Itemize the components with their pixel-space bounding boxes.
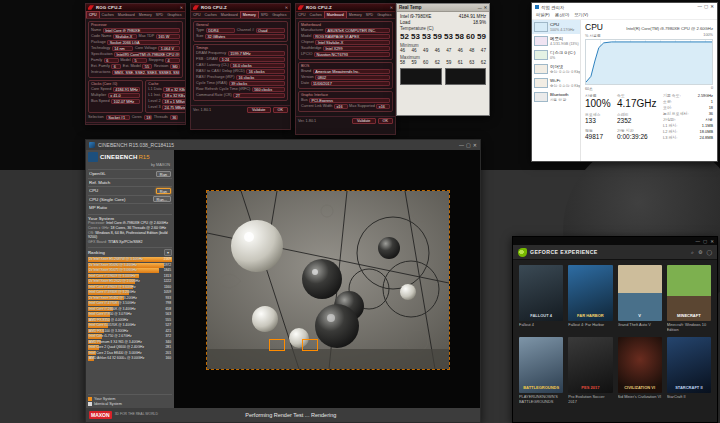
- run-button[interactable]: Run...: [153, 196, 171, 202]
- cpuz-tab[interactable]: Bench: [289, 12, 291, 18]
- ranking-cpu-name: 2x Intel Xeon X5690 @ 3.46GHz: [89, 263, 137, 267]
- minimize-icon[interactable]: —: [695, 239, 700, 244]
- cpuz-tab[interactable]: CPU: [296, 12, 308, 18]
- ok-button[interactable]: OK: [273, 107, 289, 113]
- ranking-list[interactable]: 2x Intel Xeon E5-2687W @ 3.10GHz 2169 2x…: [88, 257, 172, 394]
- cpuz-tab[interactable]: Memory: [137, 12, 154, 18]
- group-title: Processor: [91, 23, 180, 27]
- cpuz-tab[interactable]: Bench: [184, 12, 186, 18]
- cpuz-tab[interactable]: CPU: [86, 11, 100, 18]
- cpuz-tab[interactable]: Memory: [240, 11, 259, 18]
- sidebar-item[interactable]: 디스크 0 (C:) 0%: [532, 48, 580, 62]
- close-icon[interactable]: ✕: [710, 5, 714, 9]
- cpuz-tab[interactable]: SPD: [154, 12, 165, 18]
- cpuz-tab[interactable]: Graphics: [270, 12, 288, 18]
- maximum-temps: 5859606259616362: [400, 60, 486, 65]
- maximize-icon[interactable]: ▢: [703, 239, 707, 244]
- maximize-icon[interactable]: ▢: [704, 5, 708, 9]
- legend-item: Identical System: [88, 402, 172, 408]
- close-icon[interactable]: ✕: [710, 239, 714, 244]
- sidebar-item[interactable]: 메모리 4.1/31.9GB (13%): [532, 34, 580, 48]
- game-tile[interactable]: BATTLEGROUNDS PLAYERUNKNOWN'S BATTLEGROU…: [519, 337, 563, 404]
- close-icon[interactable]: ✕: [484, 6, 487, 10]
- close-icon[interactable]: ✕: [285, 6, 288, 10]
- cpuz-tab[interactable]: Graphics: [375, 12, 393, 18]
- ok-button[interactable]: OK: [168, 124, 184, 125]
- cinebench-app-icon: [89, 142, 95, 148]
- game-tile[interactable]: CIVILIZATION VI Sid Meier's Civilization…: [618, 337, 662, 404]
- minimum-temps: 4646494647464847: [400, 48, 486, 53]
- minimize-icon[interactable]: —: [459, 143, 464, 147]
- validate-button[interactable]: Validate: [247, 107, 270, 113]
- detail-row: 기본 속도: 2.59GHz: [663, 93, 713, 98]
- cinebench-titlebar[interactable]: CINEBENCH R15.038_RC184115 — ▢ ✕: [86, 140, 480, 150]
- close-icon[interactable]: ✕: [473, 143, 477, 147]
- ranking-score: 1222: [164, 279, 171, 283]
- sidebar-item[interactable]: Bluetooth 사용 안 함: [532, 90, 580, 104]
- field-row: SouthbridgeIntel X299: [301, 46, 390, 51]
- cpuz-tab[interactable]: Caches: [203, 12, 219, 18]
- cpuz-tab[interactable]: SPD: [364, 12, 375, 18]
- run-button[interactable]: Run: [156, 171, 171, 177]
- core-temp-value: 52: [400, 32, 409, 41]
- field-row: SpecificationIntel(R) Core(TM) i9-7980XE…: [91, 52, 180, 57]
- socket-select[interactable]: Socket #1: [106, 115, 130, 120]
- cpuz-window-3: ROG CPU-Z ✕ CPUCachesMainboardMemorySPDG…: [295, 3, 396, 135]
- core-temp-value: 53: [444, 32, 453, 41]
- load-value: 18.9%: [473, 20, 486, 25]
- cpuz-tab[interactable]: Caches: [100, 12, 116, 18]
- game-tile[interactable]: V Grand Theft Auto V: [618, 265, 662, 332]
- sidebar-item[interactable]: Wi-Fi 송신: 0 수신: 0 Kbps: [532, 76, 580, 90]
- cpuz-tab[interactable]: CPU: [191, 12, 203, 18]
- ranking-row: Intel Core i7-5960X @ 3.00GHz 1313: [88, 274, 172, 279]
- ranking-row: 2x Intel Xeon X5482 @ 3.20GHz 933: [88, 296, 172, 301]
- ranking-cpu-name: AMD Phenom II X4 965 @ 3.40GHz: [89, 340, 142, 344]
- cpuz-tab[interactable]: Caches: [308, 12, 324, 18]
- cpuz-tab[interactable]: Graphics: [165, 12, 183, 18]
- ok-button[interactable]: OK: [378, 118, 394, 124]
- user-avatar-icon[interactable]: ◯: [706, 249, 712, 256]
- cpuz-tab[interactable]: Memory: [347, 12, 364, 18]
- game-tile[interactable]: MINECRAFT Minecraft: Windows 10 Edition: [667, 265, 711, 332]
- ranking-row: Intel Core 2 Duo E8400 @ 3.00GHz 201: [88, 351, 172, 356]
- realtemp-titlebar[interactable]: Real Temp — ✕: [397, 4, 489, 12]
- close-icon[interactable]: ✕: [180, 6, 183, 10]
- load-label: Load: [400, 20, 410, 25]
- detail-row: L1 캐시: 1.1MB: [663, 123, 713, 128]
- minimize-icon[interactable]: —: [478, 6, 482, 10]
- field-row: L1 Data18 x 32 KBytes: [148, 87, 186, 92]
- menu-item[interactable]: 보기(V): [574, 12, 588, 17]
- game-tile[interactable]: STARCRAFT II StarCraft II: [667, 337, 711, 404]
- maximize-icon[interactable]: ▢: [466, 143, 471, 147]
- cinebench-window: CINEBENCH R15.038_RC184115 — ▢ ✕ CINEBEN…: [85, 139, 481, 423]
- game-title-label: Sid Meier's Civilization VI: [618, 395, 662, 404]
- menu-item[interactable]: 파일(F): [536, 12, 550, 17]
- core-temp-value: 58: [455, 32, 464, 41]
- menu-item[interactable]: 옵션(O): [555, 12, 569, 17]
- game-tile[interactable]: PES 2017 Pro Evolution Soccer 2017: [568, 337, 612, 404]
- search-icon[interactable]: ⌕: [691, 249, 694, 256]
- run-button[interactable]: Run: [156, 188, 171, 194]
- settings-icon[interactable]: ⚙: [698, 249, 702, 256]
- close-icon[interactable]: ✕: [390, 6, 393, 10]
- validate-button[interactable]: Validate: [142, 124, 165, 125]
- game-art-title: MINECRAFT: [676, 314, 702, 321]
- minimize-icon[interactable]: —: [697, 5, 702, 9]
- sidebar-item[interactable]: CPU 100% 4.17GHz: [532, 20, 580, 34]
- cpuz-tab[interactable]: SPD: [259, 12, 270, 18]
- bios-group: BIOS BrandAmerican Megatrends Inc. Versi…: [298, 62, 393, 89]
- task-manager-titlebar[interactable]: 작업 관리자 — ▢ ✕: [532, 3, 717, 11]
- game-tile[interactable]: FAR HARBOR Fallout 4: Far Harbor: [568, 265, 612, 332]
- field-row: TypeDDR4 Channel #Quad: [196, 28, 285, 33]
- ranking-row: Intel Core 2 Quad Q6600 @ 2.40GHz 281: [88, 345, 172, 350]
- cpuz-tab[interactable]: Mainboard: [219, 12, 240, 18]
- game-tile[interactable]: FALLOUT 4 Fallout 4: [519, 265, 563, 332]
- cpuz-tab[interactable]: Mainboard: [324, 11, 347, 18]
- window-title: ROG CPU-Z: [96, 5, 122, 10]
- render-scene: [207, 191, 449, 369]
- ranking-sort-dropdown[interactable]: ▾: [164, 249, 172, 256]
- sidebar-item[interactable]: 이더넷 송신: 0 수신: 0 Kbps: [532, 62, 580, 76]
- validate-button[interactable]: Validate: [352, 118, 375, 124]
- cpuz-tab[interactable]: Mainboard: [116, 12, 137, 18]
- ranking-score: 372: [165, 334, 171, 338]
